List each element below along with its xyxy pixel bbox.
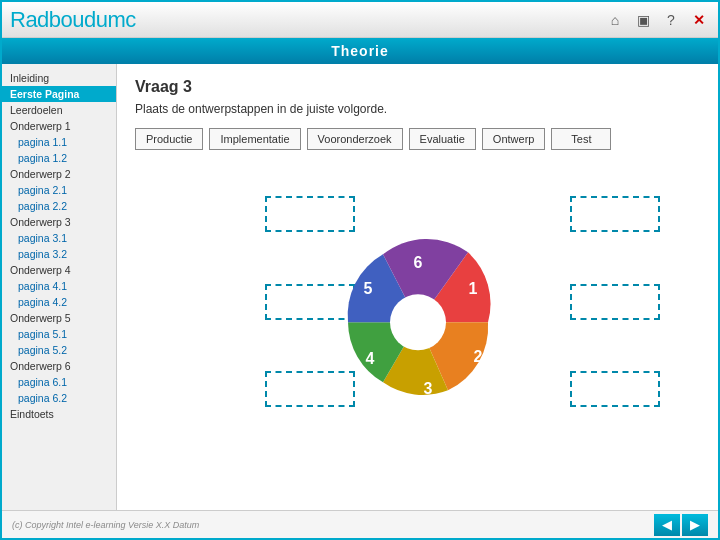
drag-item[interactable]: Productie bbox=[135, 128, 203, 150]
sidebar-item[interactable]: pagina 4.2 bbox=[2, 294, 116, 310]
book-icon[interactable]: ▣ bbox=[632, 9, 654, 31]
sidebar-item[interactable]: pagina 1.2 bbox=[2, 150, 116, 166]
question-desc: Plaats de ontwerpstappen in de juiste vo… bbox=[135, 102, 700, 116]
drop-zone-2[interactable] bbox=[570, 196, 660, 232]
svg-point-6 bbox=[390, 294, 446, 350]
svg-text:1: 1 bbox=[468, 280, 477, 297]
sidebar-item[interactable]: pagina 3.1 bbox=[2, 230, 116, 246]
logo-bold: Radboud bbox=[10, 7, 96, 32]
wheel-diagram: 1 2 3 4 5 bbox=[318, 222, 518, 425]
drag-items-row: ProductieImplementatieVooronderzoekEvalu… bbox=[135, 128, 700, 150]
svg-text:3: 3 bbox=[423, 380, 432, 397]
svg-text:6: 6 bbox=[413, 254, 422, 271]
header-title: Theorie bbox=[331, 43, 389, 59]
close-icon[interactable]: ✕ bbox=[688, 9, 710, 31]
sidebar-item[interactable]: pagina 5.2 bbox=[2, 342, 116, 358]
main-content: Vraag 3 Plaats de ontwerpstappen in de j… bbox=[117, 64, 718, 510]
home-icon[interactable]: ⌂ bbox=[604, 9, 626, 31]
sidebar-item[interactable]: pagina 1.1 bbox=[2, 134, 116, 150]
sidebar-item[interactable]: pagina 2.2 bbox=[2, 198, 116, 214]
sidebar-item[interactable]: pagina 5.1 bbox=[2, 326, 116, 342]
sidebar-item[interactable]: Onderwerp 4 bbox=[2, 262, 116, 278]
sidebar-item[interactable]: Onderwerp 1 bbox=[2, 118, 116, 134]
drop-zone-6[interactable] bbox=[570, 371, 660, 407]
sidebar-item[interactable]: Onderwerp 5 bbox=[2, 310, 116, 326]
logo: Radboudumc bbox=[10, 7, 136, 33]
drag-item[interactable]: Ontwerp bbox=[482, 128, 546, 150]
sidebar-item[interactable]: Onderwerp 6 bbox=[2, 358, 116, 374]
drag-item[interactable]: Implementatie bbox=[209, 128, 300, 150]
sidebar-item[interactable]: Onderwerp 2 bbox=[2, 166, 116, 182]
sidebar-item[interactable]: Onderwerp 3 bbox=[2, 214, 116, 230]
svg-text:4: 4 bbox=[365, 350, 374, 367]
sidebar-item[interactable]: pagina 6.1 bbox=[2, 374, 116, 390]
content-area: InleidingEerste PaginaLeerdoelenOnderwer… bbox=[2, 64, 718, 510]
nav-buttons: ◀ ▶ bbox=[654, 514, 708, 536]
main-window: Radboudumc ⌂ ▣ ? ✕ Theorie InleidingEers… bbox=[0, 0, 720, 540]
next-button[interactable]: ▶ bbox=[682, 514, 708, 536]
drag-item[interactable]: Evaluatie bbox=[409, 128, 476, 150]
sidebar: InleidingEerste PaginaLeerdoelenOnderwer… bbox=[2, 64, 117, 510]
sidebar-item[interactable]: pagina 3.2 bbox=[2, 246, 116, 262]
help-icon[interactable]: ? bbox=[660, 9, 682, 31]
sidebar-item[interactable]: pagina 4.1 bbox=[2, 278, 116, 294]
question-title: Vraag 3 bbox=[135, 78, 700, 96]
titlebar-icons: ⌂ ▣ ? ✕ bbox=[604, 9, 710, 31]
titlebar: Radboudumc ⌂ ▣ ? ✕ bbox=[2, 2, 718, 38]
copyright-text: (c) Copyright Intel e-learning Versie X.… bbox=[12, 520, 199, 530]
svg-text:5: 5 bbox=[363, 280, 372, 297]
drag-item[interactable]: Vooronderzoek bbox=[307, 128, 403, 150]
sidebar-item[interactable]: pagina 6.2 bbox=[2, 390, 116, 406]
svg-text:2: 2 bbox=[473, 348, 482, 365]
prev-button[interactable]: ◀ bbox=[654, 514, 680, 536]
sidebar-item[interactable]: pagina 2.1 bbox=[2, 182, 116, 198]
diagram-area: 1 2 3 4 5 bbox=[135, 166, 700, 502]
header-bar: Theorie bbox=[2, 38, 718, 64]
logo-light: umc bbox=[96, 7, 136, 32]
sidebar-item[interactable]: Leerdoelen bbox=[2, 102, 116, 118]
drop-zone-4[interactable] bbox=[570, 284, 660, 320]
footer: (c) Copyright Intel e-learning Versie X.… bbox=[2, 510, 718, 538]
sidebar-item[interactable]: Eindtoets bbox=[2, 406, 116, 422]
drag-item[interactable]: Test bbox=[551, 128, 611, 150]
sidebar-item[interactable]: Inleiding bbox=[2, 70, 116, 86]
sidebar-item[interactable]: Eerste Pagina bbox=[2, 86, 116, 102]
